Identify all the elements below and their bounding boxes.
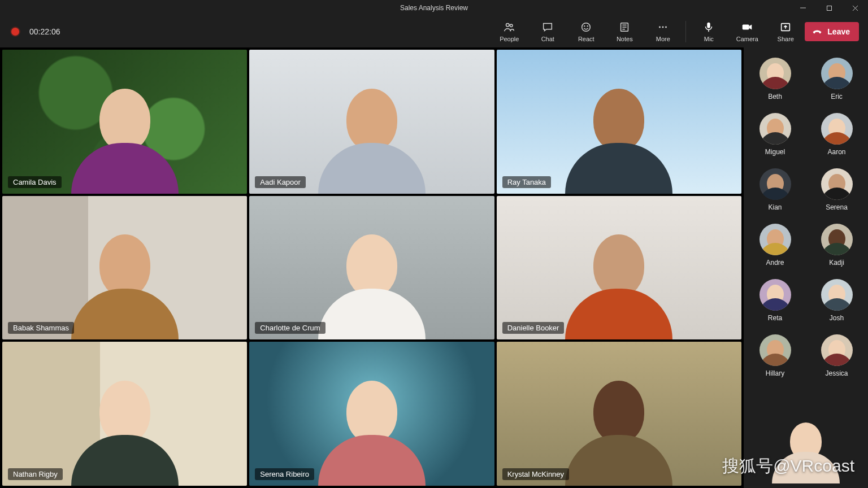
recording-timer: 00:22:06 xyxy=(29,27,60,36)
hangup-icon xyxy=(811,26,823,37)
chat-button[interactable]: Chat xyxy=(534,21,561,42)
window-title: Sales Analysis Review xyxy=(400,4,468,12)
chat-label: Chat xyxy=(541,36,554,42)
react-button[interactable]: React xyxy=(572,21,600,42)
camera-button[interactable]: Camera xyxy=(734,21,761,42)
participant-thumb-name: Hillary xyxy=(766,369,784,377)
notes-button[interactable]: Notes xyxy=(611,21,638,42)
video-tile[interactable]: Krystal McKinney xyxy=(497,342,741,486)
people-label: People xyxy=(500,36,519,42)
participant-thumb[interactable]: Kadji xyxy=(811,224,862,267)
video-tile[interactable]: Danielle Booker xyxy=(497,196,741,340)
maximize-button[interactable] xyxy=(816,0,842,16)
avatar xyxy=(821,58,853,89)
avatar xyxy=(760,113,791,145)
participant-thumb[interactable]: Aaron xyxy=(811,113,862,156)
participant-figure xyxy=(318,89,426,194)
video-tile[interactable]: Charlotte de Crum xyxy=(249,196,494,340)
svg-point-5 xyxy=(510,24,513,27)
video-tile[interactable]: Ray Tanaka xyxy=(497,50,741,194)
camera-label: Camera xyxy=(736,36,758,42)
react-icon xyxy=(580,21,592,33)
avatar xyxy=(760,224,791,255)
minimize-button[interactable] xyxy=(790,0,816,16)
participant-thumb[interactable]: Kian xyxy=(749,168,801,211)
participant-thumb-name: Kian xyxy=(768,203,782,211)
participant-figure xyxy=(318,381,426,486)
avatar xyxy=(760,279,791,311)
participant-name-tag: Serena Ribeiro xyxy=(255,468,314,480)
meeting-body: Camila Davis Aadi Kapoor Ray Tanaka Baba… xyxy=(0,47,868,488)
leave-button[interactable]: Leave xyxy=(805,22,859,41)
participant-thumb[interactable]: Andre xyxy=(749,224,801,267)
participant-thumb[interactable]: Hillary xyxy=(749,334,801,377)
avatar xyxy=(821,334,853,366)
participant-name-tag: Charlotte de Crum xyxy=(255,322,325,334)
participants-sidebar: Beth Eric Miguel Aaron Kian xyxy=(744,47,868,488)
avatar xyxy=(821,168,853,200)
video-tile[interactable]: Serena Ribeiro xyxy=(249,342,494,486)
participant-figure xyxy=(71,89,179,194)
video-tile[interactable]: Aadi Kapoor xyxy=(249,50,494,194)
avatar xyxy=(821,279,853,311)
participant-thumb-name: Jessica xyxy=(825,369,848,377)
svg-point-15 xyxy=(665,27,667,28)
participant-thumb[interactable]: Josh xyxy=(811,279,862,322)
participant-thumb[interactable]: Eric xyxy=(811,58,862,101)
meeting-toolbar: 00:22:06 People Chat React Notes More Mi… xyxy=(0,16,868,47)
participant-thumb-name: Reta xyxy=(768,314,782,322)
participant-name-tag: Nathan Rigby xyxy=(8,468,63,480)
participant-thumb[interactable]: Miguel xyxy=(749,113,801,156)
participant-thumb-name: Aaron xyxy=(827,148,845,156)
participant-figure xyxy=(565,234,672,339)
svg-point-14 xyxy=(662,27,664,28)
titlebar: Sales Analysis Review xyxy=(0,0,868,16)
participant-name-tag: Ray Tanaka xyxy=(502,176,551,188)
participant-thumb[interactable]: Jessica xyxy=(811,334,862,377)
participant-thumb-name: Andre xyxy=(766,259,784,267)
participant-name-tag: Babak Shammas xyxy=(8,322,74,334)
video-tile[interactable]: Babak Shammas xyxy=(2,196,247,340)
people-icon xyxy=(503,21,515,33)
toolbar-group-main: People Chat React Notes More xyxy=(496,21,676,42)
svg-point-13 xyxy=(659,27,661,28)
svg-point-4 xyxy=(506,24,510,27)
participant-thumb[interactable]: Beth xyxy=(749,58,801,101)
participant-thumb[interactable]: Serena xyxy=(811,168,862,211)
recording-indicator-icon xyxy=(11,28,19,36)
avatar xyxy=(821,113,853,145)
participant-thumb[interactable]: Reta xyxy=(749,279,801,322)
share-icon xyxy=(779,21,792,33)
participant-thumb-name: Kadji xyxy=(829,259,844,267)
mic-icon xyxy=(702,21,715,33)
svg-rect-16 xyxy=(708,23,711,28)
self-view[interactable] xyxy=(749,410,862,483)
more-button[interactable]: More xyxy=(649,21,676,42)
participant-figure xyxy=(565,381,672,486)
video-grid: Camila Davis Aadi Kapoor Ray Tanaka Baba… xyxy=(0,47,744,488)
participants-side-grid: Beth Eric Miguel Aaron Kian xyxy=(749,58,862,377)
people-button[interactable]: People xyxy=(496,21,523,42)
leave-label: Leave xyxy=(827,27,850,36)
camera-icon xyxy=(741,21,753,33)
toolbar-divider xyxy=(685,21,686,42)
window-controls xyxy=(790,0,868,16)
svg-point-6 xyxy=(582,23,591,32)
more-label: More xyxy=(656,36,670,42)
close-button[interactable] xyxy=(842,0,868,16)
avatar xyxy=(821,224,853,255)
participant-figure xyxy=(318,234,426,339)
participant-figure xyxy=(565,89,672,194)
mic-button[interactable]: Mic xyxy=(695,21,722,42)
participant-thumb-name: Beth xyxy=(768,93,782,101)
react-label: React xyxy=(578,36,594,42)
video-tile[interactable]: Nathan Rigby xyxy=(2,342,247,486)
svg-rect-1 xyxy=(827,6,831,10)
participant-thumb-name: Serena xyxy=(826,203,848,211)
maximize-icon xyxy=(826,5,832,11)
video-tile[interactable]: Camila Davis xyxy=(2,50,247,194)
share-button[interactable]: Share xyxy=(772,21,799,42)
more-icon xyxy=(657,21,669,33)
svg-rect-18 xyxy=(743,24,749,29)
participant-figure xyxy=(71,381,179,486)
